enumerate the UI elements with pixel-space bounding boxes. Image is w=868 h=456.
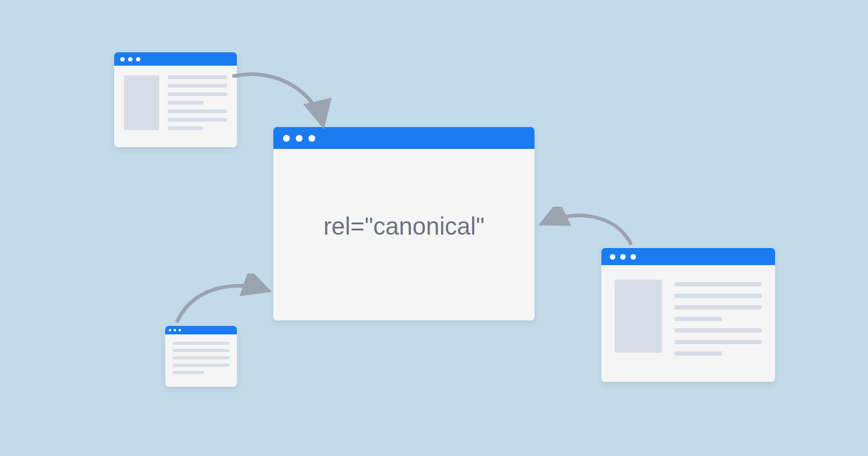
content-thumbnail-placeholder [124, 75, 159, 130]
window-control-dot [179, 329, 181, 331]
window-titlebar [273, 127, 535, 149]
window-titlebar [114, 52, 237, 66]
duplicate-page-window-bottom-right [601, 248, 775, 382]
content-thumbnail-placeholder [615, 280, 662, 353]
text-line-placeholder [168, 75, 227, 79]
window-control-dot [309, 135, 315, 142]
content-text-lines [173, 342, 230, 374]
text-line-placeholder [173, 342, 230, 345]
window-content [165, 334, 237, 381]
window-control-dot [630, 254, 636, 260]
text-line-placeholder [674, 328, 762, 333]
content-text-lines [674, 280, 762, 356]
window-control-dot [120, 57, 125, 61]
window-control-dot [620, 254, 626, 260]
text-line-placeholder [674, 305, 762, 309]
duplicate-page-window-bottom-left [165, 326, 237, 387]
window-titlebar [601, 248, 775, 265]
window-control-dot [610, 254, 615, 260]
window-content [114, 66, 237, 140]
text-line-placeholder [674, 282, 762, 286]
text-line-placeholder [674, 340, 762, 344]
text-line-placeholder [173, 371, 204, 374]
text-line-placeholder [173, 349, 230, 352]
text-line-placeholder [168, 84, 227, 88]
text-line-placeholder [173, 356, 230, 359]
text-line-placeholder [168, 92, 227, 96]
window-control-dot [128, 57, 132, 61]
arrow-bottom-left-to-main-icon [170, 274, 279, 334]
text-line-placeholder [168, 118, 227, 122]
content-text-lines [168, 75, 227, 130]
window-control-dot [283, 135, 290, 142]
text-line-placeholder [674, 351, 722, 356]
window-control-dot [136, 57, 140, 61]
text-line-placeholder [173, 364, 230, 367]
window-control-dot [296, 135, 302, 142]
text-line-placeholder [168, 126, 203, 130]
text-line-placeholder [168, 101, 203, 105]
text-line-placeholder [674, 294, 762, 298]
window-control-dot [174, 329, 176, 331]
canonical-label: rel="canonical" [273, 213, 535, 240]
canonical-page-window: rel="canonical" [273, 127, 535, 320]
window-titlebar [165, 326, 237, 334]
text-line-placeholder [674, 317, 722, 321]
window-control-dot [169, 329, 171, 331]
window-content [601, 265, 775, 370]
text-line-placeholder [168, 109, 227, 113]
duplicate-page-window-top-left [114, 52, 237, 147]
